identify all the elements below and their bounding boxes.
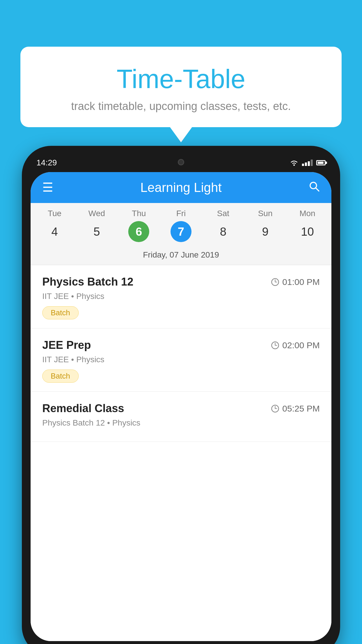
tooltip-card: Time-Table track timetable, upcoming cla… [20, 47, 342, 127]
class-item[interactable]: Physics Batch 12 01:00 PMIIT JEE • Physi… [31, 265, 331, 328]
class-subtitle: IIT JEE • Physics [42, 292, 320, 301]
app-title: Learning Light [53, 180, 309, 195]
calendar-strip: Tue4Wed5Thu6Fri7Sat8Sun9Mon10 Friday, 07… [31, 203, 331, 265]
days-row: Tue4Wed5Thu6Fri7Sat8Sun9Mon10 [31, 209, 331, 242]
wifi-icon [290, 160, 298, 166]
day-number[interactable]: 7 [171, 221, 191, 242]
phone-mockup: 14:29 [22, 146, 340, 644]
svg-point-0 [294, 164, 295, 166]
day-cell[interactable]: Thu6 [120, 209, 158, 242]
camera [178, 159, 184, 165]
day-label: Wed [88, 209, 105, 218]
status-bar: 14:29 [31, 154, 331, 172]
day-label: Mon [299, 209, 315, 218]
class-subtitle: Physics Batch 12 • Physics [42, 418, 320, 428]
day-label: Tue [48, 209, 61, 218]
clock-icon [271, 341, 280, 350]
search-icon[interactable] [309, 181, 320, 195]
phone-notch [158, 154, 204, 170]
day-number[interactable]: 5 [86, 221, 107, 242]
day-cell[interactable]: Mon10 [289, 209, 326, 242]
day-cell[interactable]: Fri7 [162, 209, 200, 242]
class-time: 01:00 PM [271, 277, 320, 287]
day-label: Fri [176, 209, 186, 218]
class-name: JEE Prep [42, 339, 91, 351]
day-cell[interactable]: Tue4 [36, 209, 73, 242]
class-item[interactable]: JEE Prep 02:00 PMIIT JEE • PhysicsBatch [31, 328, 331, 392]
selected-date-label: Friday, 07 June 2019 [31, 246, 331, 265]
svg-line-2 [316, 188, 319, 191]
battery-icon [316, 160, 326, 165]
signal-icon [302, 160, 313, 166]
day-number[interactable]: 8 [213, 221, 234, 242]
clock-icon [271, 404, 280, 413]
batch-badge: Batch [42, 370, 79, 383]
class-time: 02:00 PM [271, 340, 320, 350]
status-time: 14:29 [36, 158, 57, 167]
class-name: Physics Batch 12 [42, 276, 133, 288]
app-toolbar: ☰ Learning Light [31, 172, 331, 203]
day-label: Thu [132, 209, 146, 218]
day-cell[interactable]: Sat8 [204, 209, 242, 242]
day-number[interactable]: 9 [255, 221, 276, 242]
day-label: Sat [217, 209, 229, 218]
tooltip-subtitle: track timetable, upcoming classes, tests… [35, 100, 327, 113]
class-time: 05:25 PM [271, 404, 320, 414]
day-label: Sun [258, 209, 273, 218]
day-number[interactable]: 6 [128, 221, 149, 242]
tooltip-title: Time-Table [35, 64, 327, 94]
clock-icon [271, 278, 280, 286]
class-item[interactable]: Remedial Class 05:25 PMPhysics Batch 12 … [31, 392, 331, 442]
class-name: Remedial Class [42, 402, 124, 415]
class-subtitle: IIT JEE • Physics [42, 355, 320, 364]
status-icons [290, 160, 326, 166]
day-cell[interactable]: Sun9 [246, 209, 284, 242]
phone-screen: ☰ Learning Light Tue4Wed5Thu6Fri7Sat8Sun… [31, 172, 331, 641]
class-list: Physics Batch 12 01:00 PMIIT JEE • Physi… [31, 265, 331, 641]
menu-icon[interactable]: ☰ [42, 181, 53, 194]
day-number[interactable]: 4 [44, 221, 65, 242]
phone-frame: 14:29 [22, 146, 340, 644]
day-number[interactable]: 10 [297, 221, 318, 242]
day-cell[interactable]: Wed5 [78, 209, 116, 242]
batch-badge: Batch [42, 306, 79, 319]
